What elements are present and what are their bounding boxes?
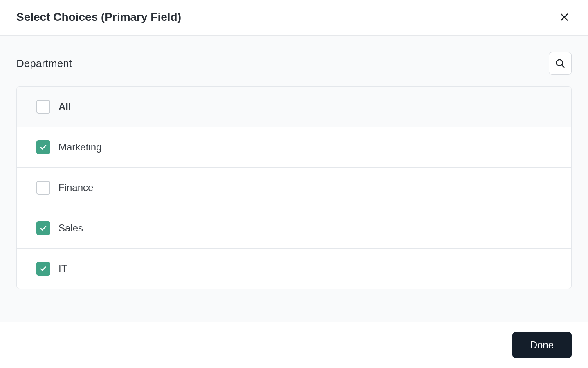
check-icon xyxy=(39,224,47,232)
choice-label: Finance xyxy=(58,182,93,193)
modal-title: Select Choices (Primary Field) xyxy=(16,11,181,24)
choice-label: IT xyxy=(58,263,67,274)
checkbox-it[interactable] xyxy=(36,262,50,276)
svg-point-2 xyxy=(557,60,563,66)
modal-body: Department All xyxy=(0,36,588,322)
choice-label: All xyxy=(58,101,71,112)
done-button[interactable]: Done xyxy=(512,332,572,358)
checkbox-sales[interactable] xyxy=(36,221,50,235)
svg-line-3 xyxy=(562,65,564,67)
search-button[interactable] xyxy=(549,52,572,75)
field-header: Department xyxy=(16,52,572,75)
field-label: Department xyxy=(16,57,72,70)
modal-footer: Done xyxy=(0,322,588,368)
choice-row[interactable]: Marketing xyxy=(17,127,571,168)
close-icon xyxy=(559,11,570,23)
checkbox-finance[interactable] xyxy=(36,181,50,195)
check-icon xyxy=(39,143,47,151)
choice-row[interactable]: Finance xyxy=(17,168,571,208)
search-icon xyxy=(554,58,566,69)
choice-label: Sales xyxy=(58,222,83,234)
choice-row-all[interactable]: All xyxy=(17,87,571,127)
check-icon xyxy=(39,265,47,273)
choice-label: Marketing xyxy=(58,141,101,153)
choice-row[interactable]: IT xyxy=(17,249,571,289)
choice-list: All Marketing Finance xyxy=(16,86,572,289)
select-choices-modal: Select Choices (Primary Field) Departmen… xyxy=(0,0,588,368)
choice-row[interactable]: Sales xyxy=(17,208,571,249)
checkbox-marketing[interactable] xyxy=(36,140,50,154)
close-button[interactable] xyxy=(557,10,572,25)
modal-header: Select Choices (Primary Field) xyxy=(0,0,588,36)
checkbox-all[interactable] xyxy=(36,100,50,114)
